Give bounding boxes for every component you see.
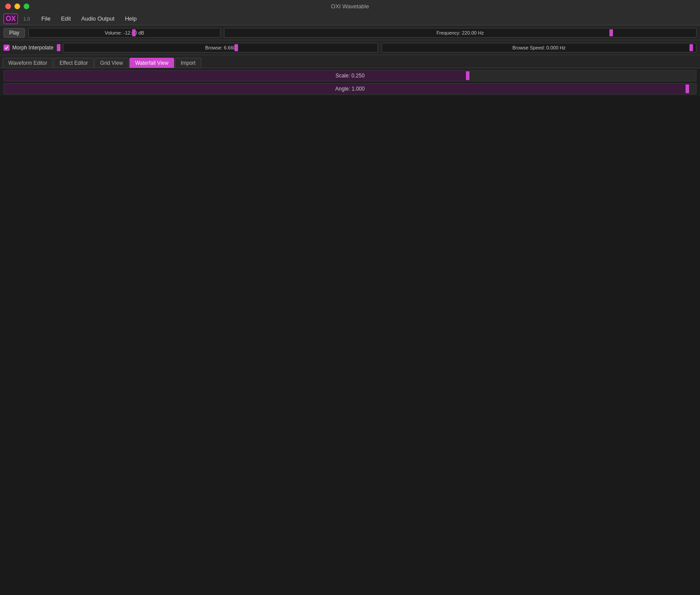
minimize-button[interactable] [14, 4, 20, 9]
morph-interpolate-control[interactable]: Morph Interpolate [4, 44, 60, 51]
tab-waterfall-view[interactable]: Waterfall View [130, 58, 174, 68]
browse-label: Browse: 6.660 [205, 45, 236, 50]
maximize-button[interactable] [24, 4, 29, 9]
tab-effect-editor[interactable]: Effect Editor [54, 58, 94, 68]
angle-fill [4, 84, 689, 94]
browse-speed-label: Browse Speed: 0.000 Hz [512, 45, 566, 50]
scale-slider[interactable]: Scale: 0.250 [4, 70, 696, 81]
angle-slider[interactable]: Angle: 1.000 [4, 83, 696, 94]
menu-file[interactable]: File [37, 14, 55, 23]
window-controls [5, 4, 29, 9]
browse-thumb[interactable] [234, 44, 238, 51]
scale-thumb[interactable] [466, 71, 469, 80]
browse-slider[interactable]: Browse: 6.660 [63, 43, 378, 52]
frequency-thumb[interactable] [609, 29, 613, 36]
frequency-slider[interactable]: Frequency: 220.00 Hz [224, 28, 696, 38]
morph-checkbox[interactable] [4, 45, 10, 51]
tab-waveform-editor[interactable]: Waveform Editor [3, 58, 53, 68]
browse-speed-slider[interactable]: Browse Speed: 0.000 Hz [382, 43, 696, 52]
menu-help[interactable]: Help [121, 14, 141, 23]
app-title: OXI Wavetable [331, 3, 369, 10]
close-button[interactable] [5, 4, 11, 9]
tab-import[interactable]: Import [175, 58, 201, 68]
volume-label: Volume: -12.00 dB [105, 30, 144, 35]
toolbar-row-1: Play Volume: -12.00 dB Frequency: 220.00… [0, 25, 700, 40]
toolbar-row-2: Morph Interpolate Browse: 6.660 Browse S… [0, 40, 700, 55]
titlebar: OXI Wavetable [0, 0, 700, 12]
scale-fill [4, 70, 468, 81]
tabs-bar: Waveform Editor Effect Editor Grid View … [0, 55, 700, 68]
menu-audio-output[interactable]: Audio Output [77, 14, 119, 23]
app-version: 1.0 [23, 16, 30, 21]
angle-thumb[interactable] [686, 84, 689, 93]
menubar: OX 1.0 File Edit Audio Output Help [0, 12, 700, 25]
app-logo: OX [4, 14, 18, 24]
morph-thumb[interactable] [57, 44, 60, 51]
browse-speed-thumb[interactable] [690, 44, 693, 51]
morph-label: Morph Interpolate [12, 45, 53, 51]
play-button[interactable]: Play [4, 28, 25, 38]
volume-thumb[interactable] [132, 29, 136, 36]
frequency-label: Frequency: 220.00 Hz [437, 30, 484, 35]
param-sliders: Scale: 0.250 Angle: 1.000 [0, 68, 700, 96]
volume-slider[interactable]: Volume: -12.00 dB [28, 28, 220, 38]
menu-edit[interactable]: Edit [56, 14, 75, 23]
tab-grid-view[interactable]: Grid View [94, 58, 129, 68]
